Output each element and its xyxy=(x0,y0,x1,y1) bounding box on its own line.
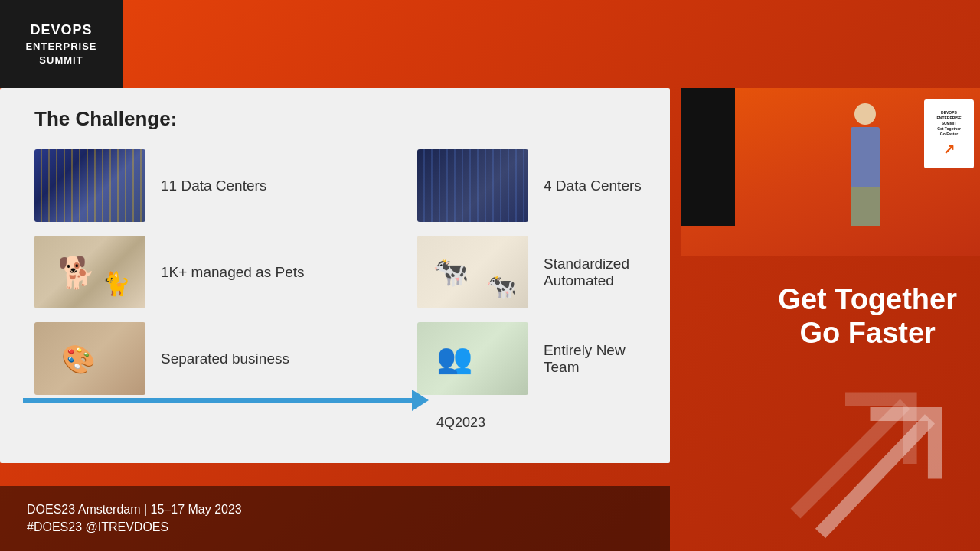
date-label: 4Q2023 xyxy=(436,415,485,431)
presentation-slide: The Challenge: 11 Data Centers 1K+ manag… xyxy=(0,88,670,463)
tagline-line1: Get Together xyxy=(778,283,957,317)
right-item-2: Standardized Automated xyxy=(417,236,642,308)
arrow-line xyxy=(23,398,412,403)
summit-card-tagline: Get TogetherGo Faster xyxy=(937,126,961,137)
right-label-3: Entirely New Team xyxy=(544,342,626,376)
left-label-3: Separated business xyxy=(161,350,289,367)
right-column: 4 Data Centers Standardized Automated En… xyxy=(417,149,642,395)
speaker-legs xyxy=(851,187,880,226)
tagline-area: Get Together Go Faster xyxy=(778,283,957,350)
progress-arrow xyxy=(23,390,429,411)
brand-line1: DEVOPS xyxy=(25,21,96,40)
left-item-3: Separated business xyxy=(34,322,305,395)
team-image xyxy=(417,322,528,395)
logo-area: DEVOPS ENTERPRISE SUMMIT xyxy=(0,0,122,88)
speaker-figure xyxy=(842,103,888,226)
right-label-1: 4 Data Centers xyxy=(544,178,642,194)
arrow-head xyxy=(412,390,429,411)
speaker-head xyxy=(854,103,876,125)
pets-image xyxy=(34,236,145,308)
datacenter-image-left xyxy=(34,149,145,222)
right-item-3: Entirely New Team xyxy=(417,322,642,395)
summit-card-arrow-icon: ↗ xyxy=(943,141,955,158)
cows-image xyxy=(417,236,528,308)
social-info: #DOES23 @ITREVDOES xyxy=(27,520,670,534)
bottom-bar: DOES23 Amsterdam | 15–17 May 2023 #DOES2… xyxy=(0,486,670,551)
left-label-2: 1K+ managed as Pets xyxy=(161,264,305,281)
speaker-body xyxy=(851,127,880,188)
slide-title: The Challenge: xyxy=(34,107,177,131)
left-label-1: 11 Data Centers xyxy=(161,178,266,194)
brand-logo: DEVOPS ENTERPRISE SUMMIT xyxy=(25,21,96,68)
decorative-arrow xyxy=(766,344,965,543)
business-image xyxy=(34,322,145,395)
summit-card: DEVOPSENTERPRISESUMMIT Get TogetherGo Fa… xyxy=(924,99,974,168)
event-info: DOES23 Amsterdam | 15–17 May 2023 xyxy=(27,503,670,517)
brand-line2: ENTERPRISE xyxy=(25,40,96,54)
right-label-2: Standardized Automated xyxy=(544,256,629,289)
brand-line3: SUMMIT xyxy=(25,54,96,67)
datacenter-image-right xyxy=(417,149,528,222)
right-item-1: 4 Data Centers xyxy=(417,149,642,222)
left-column: 11 Data Centers 1K+ managed as Pets Sepa… xyxy=(34,149,305,395)
piano-silhouette xyxy=(681,88,735,226)
left-item-1: 11 Data Centers xyxy=(34,149,305,222)
left-item-2: 1K+ managed as Pets xyxy=(34,236,305,308)
summit-card-text: DEVOPSENTERPRISESUMMIT xyxy=(937,110,962,126)
speaker-video: DEVOPSENTERPRISESUMMIT Get TogetherGo Fa… xyxy=(681,88,980,256)
